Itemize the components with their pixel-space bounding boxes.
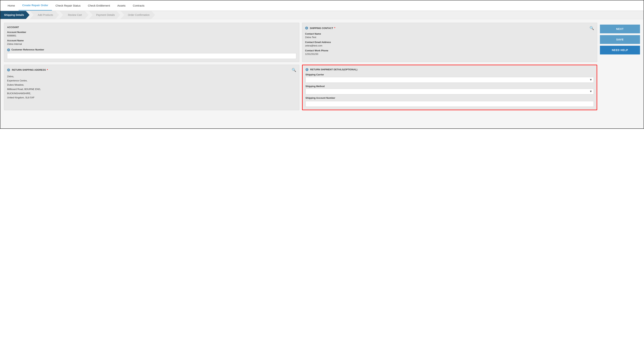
shipping-method-wrapper: ▼ bbox=[306, 89, 594, 94]
need-help-button[interactable]: NEED HELP bbox=[600, 46, 640, 54]
nav-check-entitlement[interactable]: Check Entitlement bbox=[84, 1, 114, 10]
shipping-contact-info-icon: i bbox=[305, 26, 308, 30]
shipping-account-label: Shipping Account Number bbox=[306, 96, 594, 99]
return-shipping-address-card: i RETURN SHIPPING ADDRESS * 🔍 Zebra,Expe… bbox=[4, 65, 299, 110]
customer-reference-input[interactable] bbox=[7, 53, 296, 59]
return-shipment-header: i RETURN SHIPMENT DETAILS(OPTIONAL) bbox=[306, 68, 594, 71]
shipping-contact-header: i SHIPPING CONTACT * 🔍 bbox=[305, 26, 594, 30]
info-icon: i bbox=[7, 48, 10, 51]
step-add-products[interactable]: Add Products bbox=[30, 11, 59, 19]
shipping-carrier-select[interactable] bbox=[306, 77, 594, 83]
shipping-carrier-wrapper: ▼ bbox=[306, 77, 594, 83]
return-address-info-icon: i bbox=[7, 68, 10, 72]
step-review-cart[interactable]: Review Cart bbox=[60, 11, 88, 19]
main-content: ACCOUNT Account Number 6088861 Account N… bbox=[0, 19, 644, 128]
steps-bar: Shipping Details Add Products Review Car… bbox=[0, 11, 644, 19]
contact-email-label: Contact Email Address bbox=[305, 41, 594, 44]
account-number-label: Account Number bbox=[7, 31, 296, 34]
shipping-method-select[interactable] bbox=[306, 89, 594, 94]
shipping-contact-card: i SHIPPING CONTACT * 🔍 Contact Name Zebr… bbox=[302, 23, 597, 62]
shipping-contact-search-icon[interactable]: 🔍 bbox=[590, 26, 594, 30]
account-header: ACCOUNT bbox=[7, 26, 296, 28]
return-address-search-icon[interactable]: 🔍 bbox=[292, 68, 296, 72]
customer-reference-label: i Customer Reference Number bbox=[7, 48, 296, 51]
account-number-value: 6088861 bbox=[7, 34, 296, 37]
top-navigation: Home Create Repair Order Check Repair St… bbox=[0, 0, 644, 11]
contact-name-label: Contact Name bbox=[305, 32, 594, 35]
account-card: ACCOUNT Account Number 6088861 Account N… bbox=[4, 23, 299, 62]
contact-phone-label: Contact Work Phone bbox=[305, 49, 594, 52]
nav-check-repair-status[interactable]: Check Repair Status bbox=[52, 1, 84, 10]
empty-bottom-right bbox=[600, 65, 640, 110]
nav-contracts[interactable]: Contracts bbox=[129, 1, 148, 10]
next-button[interactable]: NEXT bbox=[600, 24, 640, 33]
return-shipment-info-icon: i bbox=[306, 68, 308, 71]
return-address-required: * bbox=[47, 68, 48, 72]
account-name-value: Zebra Internal bbox=[7, 42, 296, 45]
nav-create-repair-order[interactable]: Create Repair Order bbox=[18, 0, 52, 10]
contact-phone-value: 1231231233 bbox=[305, 53, 594, 55]
return-address-value: Zebra,Experience Centre,Dukes Meadow,Mil… bbox=[7, 74, 296, 100]
shipping-carrier-label: Shipping Carrier bbox=[306, 73, 594, 76]
shipping-method-label: Shipping Method bbox=[306, 85, 594, 88]
contact-name-value: Zebra Test bbox=[305, 36, 594, 38]
shipping-contact-required: * bbox=[334, 26, 335, 30]
shipping-account-input[interactable] bbox=[306, 101, 594, 107]
step-shipping-details[interactable]: Shipping Details bbox=[0, 11, 30, 19]
nav-home[interactable]: Home bbox=[4, 1, 18, 10]
save-button[interactable]: SAVE bbox=[600, 35, 640, 44]
return-shipment-details-card: i RETURN SHIPMENT DETAILS(OPTIONAL) Ship… bbox=[302, 65, 597, 110]
step-order-confirmation[interactable]: Order Confirmation bbox=[120, 11, 155, 19]
contact-email-value: zebra@test.com bbox=[305, 44, 594, 47]
button-panel: NEXT SAVE NEED HELP bbox=[600, 23, 640, 62]
nav-assets[interactable]: Assets bbox=[114, 1, 129, 10]
account-name-label: Account Name bbox=[7, 39, 296, 42]
step-payment-details[interactable]: Payment Details bbox=[89, 11, 120, 19]
return-shipping-address-header: i RETURN SHIPPING ADDRESS * 🔍 bbox=[7, 68, 296, 72]
